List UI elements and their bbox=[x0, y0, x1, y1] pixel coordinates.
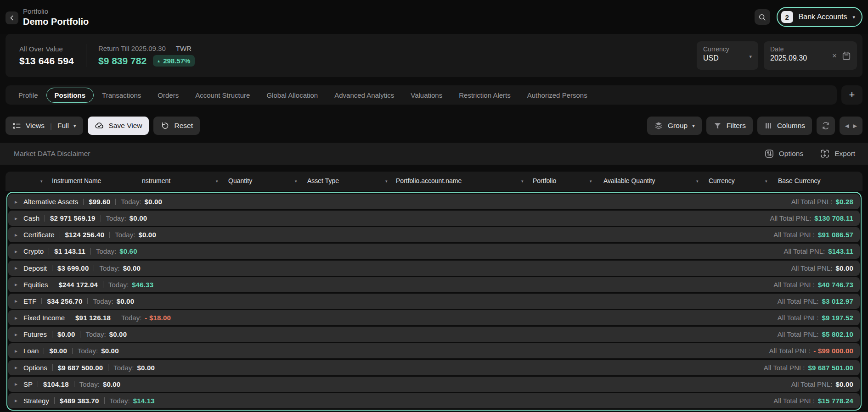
options-button[interactable]: Options bbox=[764, 149, 803, 159]
expand-icon[interactable]: ▸ bbox=[15, 315, 17, 321]
group-row-certificate[interactable]: ▸Certificate$124 256.40Today:$0.00All To… bbox=[8, 227, 860, 242]
column-menu-caret-icon[interactable]: ▾ bbox=[295, 179, 297, 184]
up-arrow-icon: ▴ bbox=[158, 58, 160, 63]
tab-global-allocation[interactable]: Global Allocation bbox=[258, 88, 326, 103]
expand-icon[interactable]: ▸ bbox=[15, 397, 17, 404]
back-button[interactable] bbox=[6, 11, 18, 24]
group-row-equities[interactable]: ▸Equities$244 172.04Today:$46.33All Tota… bbox=[8, 277, 860, 292]
tab-orders[interactable]: Orders bbox=[149, 88, 187, 103]
bank-accounts-count-badge: 2 bbox=[781, 11, 793, 23]
expand-icon[interactable]: ▸ bbox=[15, 281, 17, 288]
divider bbox=[52, 265, 52, 271]
group-value: $104.18 bbox=[43, 380, 69, 388]
views-dropdown[interactable]: Views | Full ▾ bbox=[6, 117, 83, 135]
column-menu-caret-icon[interactable]: ▾ bbox=[216, 179, 218, 184]
today-value: $0.00 bbox=[123, 264, 141, 272]
column-header-base-currency[interactable]: Base Currency bbox=[778, 177, 821, 184]
column-header-available-quantity[interactable]: Available Quantity bbox=[603, 177, 655, 184]
return-value: $9 839 782 bbox=[98, 56, 147, 67]
group-value: $99.60 bbox=[89, 198, 110, 206]
divider bbox=[70, 315, 70, 321]
chevron-down-icon: ▾ bbox=[692, 123, 695, 128]
column-header-quantity[interactable]: Quantity bbox=[228, 177, 252, 184]
save-view-button[interactable]: Save View bbox=[88, 117, 149, 135]
group-row-deposit[interactable]: ▸Deposit$3 699.00Today:$0.00All Total PN… bbox=[8, 261, 860, 276]
group-row-loan[interactable]: ▸Loan$0.00Today:$0.00All Total PNL:- $99… bbox=[8, 343, 860, 358]
group-name: Certificate bbox=[23, 231, 55, 239]
group-row-fixed-income[interactable]: ▸Fixed Income$91 126.18Today:- $18.00All… bbox=[8, 310, 860, 325]
today-value: $46.33 bbox=[132, 281, 153, 289]
tab-transactions[interactable]: Transactions bbox=[94, 88, 149, 103]
column-menu-caret-icon[interactable]: ▾ bbox=[590, 179, 592, 184]
group-name: Crypto bbox=[23, 247, 44, 255]
expand-icon[interactable]: ▸ bbox=[15, 215, 17, 222]
expand-icon[interactable]: ▸ bbox=[15, 348, 17, 354]
today-label: Today: bbox=[79, 380, 100, 388]
return-label: Return Till 2025.09.30 bbox=[98, 45, 166, 52]
column-header-portfolio-account-name[interactable]: Portfolio.account.name bbox=[396, 177, 462, 184]
column-menu-caret-icon[interactable]: ▾ bbox=[696, 179, 699, 184]
tab-advanced-analytics[interactable]: Advanced Analytics bbox=[326, 88, 402, 103]
divider bbox=[74, 381, 74, 387]
columns-button[interactable]: Columns bbox=[757, 117, 812, 135]
reset-button[interactable]: Reset bbox=[153, 117, 200, 135]
group-row-alternative-assets[interactable]: ▸Alternative Assets$99.60Today:$0.00All … bbox=[8, 194, 860, 209]
tab-restriction-alerts[interactable]: Restriction Alerts bbox=[451, 88, 519, 103]
clear-date-icon[interactable]: × bbox=[832, 52, 837, 60]
tab-profile[interactable]: Profile bbox=[10, 88, 46, 103]
group-row-cash[interactable]: ▸Cash$2 971 569.19Today:$0.00All Total P… bbox=[8, 211, 860, 226]
bank-accounts-dropdown[interactable]: 2 Bank Accounts ▾ bbox=[777, 7, 862, 27]
group-row-options[interactable]: ▸Options$9 687 500.00Today:$0.00All Tota… bbox=[8, 360, 860, 375]
expand-icon[interactable]: ▸ bbox=[15, 248, 17, 255]
group-row-sp[interactable]: ▸SP$104.18Today:$0.00All Total PNL:$0.00 bbox=[8, 377, 860, 392]
divider bbox=[103, 281, 103, 288]
today-value: $0.00 bbox=[109, 330, 127, 338]
search-button[interactable] bbox=[755, 9, 770, 25]
divider bbox=[53, 281, 53, 288]
add-tab-button[interactable]: + bbox=[841, 85, 862, 105]
expand-icon[interactable]: ▸ bbox=[15, 298, 17, 304]
group-row-etf[interactable]: ▸ETF$34 256.70Today:$0.00All Total PNL:$… bbox=[8, 294, 860, 309]
group-row-crypto[interactable]: ▸Crypto$1 143.11Today:$0.60All Total PNL… bbox=[8, 244, 860, 259]
divider bbox=[49, 248, 49, 255]
divider bbox=[83, 199, 84, 205]
expand-icon[interactable]: ▸ bbox=[15, 381, 17, 387]
column-scroll-arrows[interactable]: ◀ ▶ bbox=[840, 117, 862, 135]
pnl-value: $15 778.24 bbox=[818, 397, 853, 405]
expand-icon[interactable]: ▸ bbox=[15, 199, 17, 205]
filters-button[interactable]: Filters bbox=[706, 117, 753, 135]
column-header-currency[interactable]: Currency bbox=[709, 177, 735, 184]
pnl-label: All Total PNL: bbox=[773, 281, 815, 289]
column-header-portfolio[interactable]: Portfolio bbox=[533, 177, 556, 184]
refresh-button[interactable] bbox=[817, 117, 835, 135]
calendar-icon[interactable] bbox=[841, 50, 851, 61]
scroll-left-icon[interactable]: ◀ bbox=[845, 123, 849, 128]
export-button[interactable]: Export bbox=[820, 149, 855, 159]
tab-authorized-persons[interactable]: Authorized Persons bbox=[519, 88, 596, 103]
column-header-nstrument[interactable]: nstrument bbox=[142, 177, 170, 184]
tab-valuations[interactable]: Valuations bbox=[402, 88, 451, 103]
scroll-right-icon[interactable]: ▶ bbox=[853, 123, 857, 128]
expand-icon[interactable]: ▸ bbox=[15, 364, 17, 371]
group-name: Cash bbox=[23, 214, 39, 222]
expand-icon[interactable]: ▸ bbox=[15, 331, 17, 338]
column-menu-caret-icon[interactable]: ▾ bbox=[385, 179, 388, 184]
currency-select[interactable]: Currency USD ▾ bbox=[697, 41, 758, 70]
group-name: Deposit bbox=[23, 264, 47, 272]
column-header-asset-type[interactable]: Asset Type bbox=[307, 177, 339, 184]
expand-icon[interactable]: ▸ bbox=[15, 265, 17, 271]
column-menu-caret-icon[interactable]: ▾ bbox=[521, 179, 524, 184]
column-menu-caret-icon[interactable]: ▾ bbox=[40, 179, 43, 184]
group-row-futures[interactable]: ▸Futures$0.00Today:$0.00All Total PNL:$5… bbox=[8, 327, 860, 342]
column-header-instrument-name[interactable]: Instrument Name bbox=[52, 177, 101, 184]
tab-account-structure[interactable]: Account Structure bbox=[187, 88, 258, 103]
grid-toolbar: Views | Full ▾ Save View Reset Group ▾ bbox=[6, 117, 862, 135]
group-row-strategy[interactable]: ▸Strategy$489 383.70Today:$14.13All Tota… bbox=[8, 393, 860, 408]
tab-positions[interactable]: Positions bbox=[46, 88, 94, 103]
pnl-block: All Total PNL:$143.11 bbox=[783, 247, 853, 255]
date-select[interactable]: Date 2025.09.30 × bbox=[764, 41, 857, 70]
divider bbox=[116, 315, 116, 321]
expand-icon[interactable]: ▸ bbox=[15, 232, 17, 238]
group-dropdown[interactable]: Group ▾ bbox=[647, 117, 702, 135]
column-menu-caret-icon[interactable]: ▾ bbox=[765, 179, 767, 184]
